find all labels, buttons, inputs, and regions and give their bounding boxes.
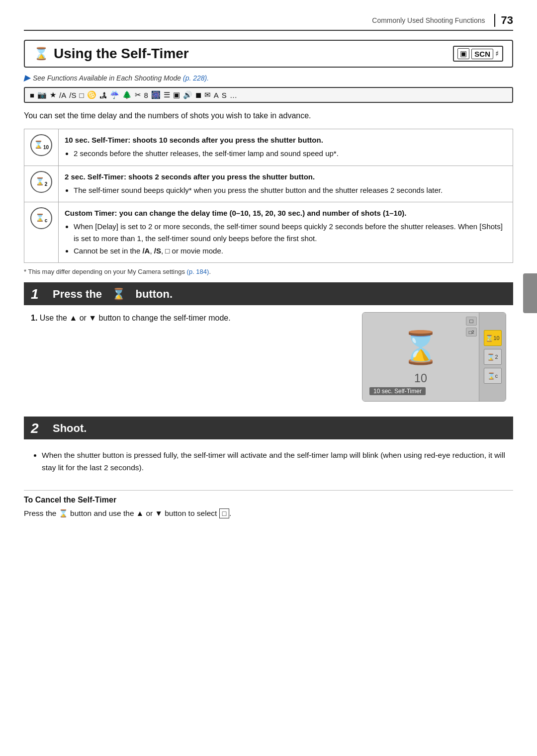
header-text: Commonly Used Shooting Functions [372, 16, 485, 24]
step-2-content: When the shutter button is pressed fully… [24, 439, 513, 483]
footnote: * This may differ depending on your My C… [24, 268, 513, 275]
step1-timer-icon: ⌛ [112, 288, 125, 301]
cancel-timer-icon: ⌛ [59, 509, 68, 517]
mode-bar-icon-20: S [222, 91, 227, 99]
mode-bar-icon-9: ☔ [110, 90, 119, 99]
step-2-header: 2 Shoot. [24, 418, 513, 439]
timer-desc-2sec: 2 sec. Self-Timer: shoots 2 seconds afte… [59, 166, 513, 202]
mode-bar-icon-11: ✂ [135, 90, 141, 99]
cancel-select-icon: □ [219, 508, 229, 518]
arrow-icon: ▶ [24, 73, 30, 83]
cam-side-icon-2: ⌛2 [484, 349, 502, 365]
camera-main-icon: ⌛10 [401, 329, 441, 385]
step-2-block: 2 Shoot. When the shutter button is pres… [24, 417, 513, 483]
timer-icon-10sec: ⌛10 [24, 129, 59, 166]
table-row: ⌛c Custom Timer: you can change the dela… [24, 202, 513, 263]
page-header: Commonly Used Shooting Functions 73 [24, 14, 513, 31]
step-1-header: 1 Press the ⌛ button. [24, 283, 513, 305]
mode-bar-icon-5: /S [69, 91, 76, 99]
right-tab [523, 273, 537, 313]
mode-bar-icon-16: 🔊 [183, 90, 192, 99]
mode-bar-icon-19: A [214, 91, 219, 99]
mode-bar-icon-2: 📷 [37, 90, 47, 99]
step-2-number: 2 [31, 420, 47, 436]
step-2-bullet-1: When the shutter button is pressed fully… [42, 449, 506, 474]
see-functions: ▶ See Functions Available in Each Shooti… [24, 73, 513, 83]
page-number: 73 [494, 14, 513, 27]
mode-bar-icon-14: ☰ [164, 90, 170, 99]
mode-bar-icon-8: 🏞 [99, 91, 107, 99]
section-title-text: Using the Self-Timer [54, 46, 189, 62]
mode-bar-icon-3: ★ [50, 90, 56, 99]
cam-side-icon-c: ⌛c [484, 368, 502, 384]
step-1-content: 1. Use the ▲ or ▼ button to change the s… [24, 305, 513, 409]
mode-icon-extra: ♯ [495, 49, 499, 58]
table-row: ⌛10 10 sec. Self-Timer: shoots 10 second… [24, 129, 513, 166]
timer-table: ⌛10 10 sec. Self-Timer: shoots 10 second… [24, 129, 513, 263]
camera-label: 10 sec. Self-Timer [369, 387, 426, 395]
timer-desc-10sec: 10 sec. Self-Timer: shoots 10 seconds af… [59, 129, 513, 166]
camera-sidebar: ⌛10 ⌛2 ⌛c [479, 313, 506, 401]
mode-bar-icon-4: /A [59, 91, 66, 99]
self-timer-section-icon: ⌛ [34, 47, 49, 61]
step-1-inner: 1. Use the ▲ or ▼ button to change the s… [31, 312, 506, 402]
mode-bar-icon-13: 🎆 [151, 90, 161, 99]
page: Commonly Used Shooting Functions 73 ⌛ Us… [0, 0, 537, 756]
cam-top-icon-2: □2 [466, 328, 477, 336]
mode-bar-icon-15: ▣ [173, 90, 180, 99]
mode-bar-icon-18: ✉ [204, 90, 211, 99]
step-1-title: Press the ⌛ button. [53, 288, 173, 301]
mode-icon-camera: ▣ [457, 48, 469, 59]
mode-bar-icon-7: ♋ [87, 90, 96, 99]
camera-illustration-container: □ □2 ⌛10 10 sec. Self-Timer ⌛10 [362, 312, 506, 402]
mode-icons-right: ▣ SCN ♯ [453, 46, 503, 62]
camera-illustration: □ □2 ⌛10 10 sec. Self-Timer ⌛10 [362, 312, 506, 402]
mode-bar-icon-21: … [230, 91, 237, 99]
mode-bar-icon-17: ◼ [195, 90, 201, 99]
section-title: ⌛ Using the Self-Timer [34, 46, 189, 62]
mode-bar-icon-12: 8 [144, 91, 148, 99]
cam-top-icon-1: □ [466, 317, 477, 326]
mode-bar-icon-10: 🌲 [122, 90, 132, 99]
mode-bar-icon-6: □ [79, 91, 84, 99]
section-title-bar: ⌛ Using the Self-Timer ▣ SCN ♯ [24, 40, 513, 68]
mode-bar-icon-1: ■ [30, 91, 34, 99]
timer-desc-custom: Custom Timer: you can change the delay t… [59, 202, 513, 263]
step-2-title: Shoot. [53, 422, 87, 435]
step-1-block: 1 Press the ⌛ button. 1. Use the ▲ or ▼ … [24, 282, 513, 409]
timer-icon-custom: ⌛c [24, 202, 59, 263]
timer-icon-2sec: ⌛2 [24, 166, 59, 202]
see-functions-link[interactable]: (p. 228). [183, 74, 209, 82]
step-1-text: 1. Use the ▲ or ▼ button to change the s… [31, 312, 350, 325]
footnote-link[interactable]: (p. 184) [187, 268, 209, 275]
mode-bar: ■ 📷 ★ /A /S □ ♋ 🏞 ☔ 🌲 ✂ 8 🎆 ☰ ▣ 🔊 ◼ ✉ A … [24, 87, 513, 103]
step-1-number: 1 [31, 286, 47, 302]
cancel-block: To Cancel the Self-Timer Press the ⌛ but… [24, 490, 513, 520]
cancel-title: To Cancel the Self-Timer [24, 496, 513, 504]
cancel-text: Press the ⌛ button and use the ▲ or ▼ bu… [24, 507, 513, 520]
camera-top-icons: □ □2 [457, 317, 477, 336]
see-functions-text: See Functions Available in Each Shooting… [33, 74, 209, 82]
mode-icon-scn: SCN [471, 49, 493, 59]
intro-text: You can set the time delay and the numbe… [24, 110, 513, 122]
table-row: ⌛2 2 sec. Self-Timer: shoots 2 seconds a… [24, 166, 513, 202]
cam-side-icon-10: ⌛10 [484, 330, 502, 346]
